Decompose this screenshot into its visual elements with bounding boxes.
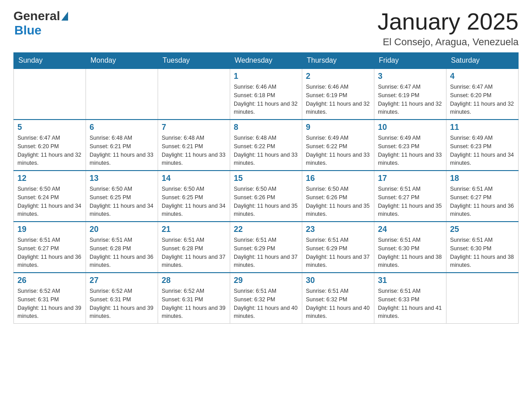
calendar-cell [14, 68, 86, 120]
calendar-cell: 19Sunrise: 6:51 AM Sunset: 6:27 PM Dayli… [14, 222, 86, 273]
calendar-cell: 2Sunrise: 6:46 AM Sunset: 6:19 PM Daylig… [302, 68, 374, 120]
cell-info: Sunrise: 6:49 AM Sunset: 6:23 PM Dayligh… [450, 134, 515, 167]
calendar-header-row: SundayMondayTuesdayWednesdayThursdayFrid… [14, 53, 519, 69]
header-tuesday: Tuesday [158, 53, 230, 69]
logo: General Blue [13, 9, 68, 38]
cell-info: Sunrise: 6:47 AM Sunset: 6:20 PM Dayligh… [17, 134, 82, 167]
main-title: January 2025 [378, 9, 519, 34]
calendar-cell: 24Sunrise: 6:51 AM Sunset: 6:30 PM Dayli… [374, 222, 446, 273]
calendar-cell: 10Sunrise: 6:49 AM Sunset: 6:23 PM Dayli… [374, 120, 446, 171]
cell-day-number: 27 [90, 276, 154, 285]
cell-info: Sunrise: 6:50 AM Sunset: 6:26 PM Dayligh… [306, 185, 370, 218]
cell-info: Sunrise: 6:51 AM Sunset: 6:29 PM Dayligh… [306, 236, 370, 270]
cell-day-number: 6 [90, 123, 154, 132]
cell-day-number: 15 [234, 174, 298, 183]
cell-info: Sunrise: 6:51 AM Sunset: 6:28 PM Dayligh… [162, 236, 226, 270]
cell-day-number: 4 [450, 72, 515, 81]
cell-info: Sunrise: 6:51 AM Sunset: 6:27 PM Dayligh… [450, 185, 515, 218]
cell-day-number: 16 [306, 174, 370, 183]
cell-info: Sunrise: 6:50 AM Sunset: 6:24 PM Dayligh… [17, 185, 82, 218]
cell-day-number: 3 [378, 72, 442, 81]
calendar-cell: 21Sunrise: 6:51 AM Sunset: 6:28 PM Dayli… [158, 222, 230, 273]
cell-info: Sunrise: 6:51 AM Sunset: 6:29 PM Dayligh… [234, 236, 298, 270]
cell-info: Sunrise: 6:51 AM Sunset: 6:30 PM Dayligh… [378, 236, 442, 270]
logo-general-text: General [13, 9, 60, 23]
cell-info: Sunrise: 6:47 AM Sunset: 6:20 PM Dayligh… [450, 83, 515, 116]
calendar-cell: 18Sunrise: 6:51 AM Sunset: 6:27 PM Dayli… [446, 171, 519, 222]
cell-day-number: 12 [17, 174, 82, 183]
cell-day-number: 14 [162, 174, 226, 183]
cell-day-number: 29 [234, 276, 298, 285]
calendar-cell [158, 68, 230, 120]
cell-info: Sunrise: 6:48 AM Sunset: 6:21 PM Dayligh… [162, 134, 226, 167]
week-row-5: 26Sunrise: 6:52 AM Sunset: 6:31 PM Dayli… [14, 273, 519, 324]
title-area: January 2025 El Consejo, Aragua, Venezue… [378, 9, 519, 48]
header-friday: Friday [374, 53, 446, 69]
cell-info: Sunrise: 6:52 AM Sunset: 6:31 PM Dayligh… [17, 287, 82, 321]
calendar-cell: 8Sunrise: 6:48 AM Sunset: 6:22 PM Daylig… [230, 120, 302, 171]
cell-info: Sunrise: 6:50 AM Sunset: 6:25 PM Dayligh… [90, 185, 154, 218]
calendar-cell: 13Sunrise: 6:50 AM Sunset: 6:25 PM Dayli… [86, 171, 158, 222]
cell-day-number: 30 [306, 276, 370, 285]
logo-blue-text: Blue [14, 23, 42, 38]
cell-day-number: 2 [306, 72, 370, 81]
cell-info: Sunrise: 6:50 AM Sunset: 6:25 PM Dayligh… [162, 185, 226, 218]
calendar-cell: 17Sunrise: 6:51 AM Sunset: 6:27 PM Dayli… [374, 171, 446, 222]
calendar-cell: 11Sunrise: 6:49 AM Sunset: 6:23 PM Dayli… [446, 120, 519, 171]
cell-day-number: 18 [450, 174, 515, 183]
calendar-cell: 3Sunrise: 6:47 AM Sunset: 6:19 PM Daylig… [374, 68, 446, 120]
cell-info: Sunrise: 6:46 AM Sunset: 6:19 PM Dayligh… [306, 83, 370, 116]
week-row-1: 1Sunrise: 6:46 AM Sunset: 6:18 PM Daylig… [14, 68, 519, 120]
cell-info: Sunrise: 6:48 AM Sunset: 6:22 PM Dayligh… [234, 134, 298, 167]
calendar-cell [446, 273, 519, 324]
cell-day-number: 8 [234, 123, 298, 132]
header-sunday: Sunday [14, 53, 86, 69]
cell-day-number: 5 [17, 123, 82, 132]
cell-day-number: 7 [162, 123, 226, 132]
cell-info: Sunrise: 6:47 AM Sunset: 6:19 PM Dayligh… [378, 83, 442, 116]
cell-day-number: 25 [450, 225, 515, 234]
cell-day-number: 10 [378, 123, 442, 132]
header-wednesday: Wednesday [230, 53, 302, 69]
cell-day-number: 22 [234, 225, 298, 234]
cell-info: Sunrise: 6:50 AM Sunset: 6:26 PM Dayligh… [234, 185, 298, 218]
cell-day-number: 20 [90, 225, 154, 234]
calendar-cell: 30Sunrise: 6:51 AM Sunset: 6:32 PM Dayli… [302, 273, 374, 324]
week-row-2: 5Sunrise: 6:47 AM Sunset: 6:20 PM Daylig… [14, 120, 519, 171]
cell-info: Sunrise: 6:51 AM Sunset: 6:33 PM Dayligh… [378, 287, 442, 321]
cell-day-number: 21 [162, 225, 226, 234]
calendar-cell: 9Sunrise: 6:49 AM Sunset: 6:22 PM Daylig… [302, 120, 374, 171]
subtitle: El Consejo, Aragua, Venezuela [378, 36, 519, 48]
cell-day-number: 26 [17, 276, 82, 285]
cell-day-number: 31 [378, 276, 442, 285]
calendar-cell: 12Sunrise: 6:50 AM Sunset: 6:24 PM Dayli… [14, 171, 86, 222]
cell-day-number: 19 [17, 225, 82, 234]
calendar-cell: 5Sunrise: 6:47 AM Sunset: 6:20 PM Daylig… [14, 120, 86, 171]
calendar-cell: 28Sunrise: 6:52 AM Sunset: 6:31 PM Dayli… [158, 273, 230, 324]
cell-info: Sunrise: 6:46 AM Sunset: 6:18 PM Dayligh… [234, 83, 298, 116]
calendar-cell: 14Sunrise: 6:50 AM Sunset: 6:25 PM Dayli… [158, 171, 230, 222]
cell-day-number: 9 [306, 123, 370, 132]
header-saturday: Saturday [446, 53, 519, 69]
calendar-cell: 6Sunrise: 6:48 AM Sunset: 6:21 PM Daylig… [86, 120, 158, 171]
calendar-cell: 4Sunrise: 6:47 AM Sunset: 6:20 PM Daylig… [446, 68, 519, 120]
calendar-cell: 7Sunrise: 6:48 AM Sunset: 6:21 PM Daylig… [158, 120, 230, 171]
cell-day-number: 23 [306, 225, 370, 234]
calendar-cell: 20Sunrise: 6:51 AM Sunset: 6:28 PM Dayli… [86, 222, 158, 273]
page-header: General Blue January 2025 El Consejo, Ar… [13, 9, 519, 48]
cell-info: Sunrise: 6:48 AM Sunset: 6:21 PM Dayligh… [90, 134, 154, 167]
cell-info: Sunrise: 6:51 AM Sunset: 6:27 PM Dayligh… [378, 185, 442, 218]
cell-day-number: 28 [162, 276, 226, 285]
cell-info: Sunrise: 6:51 AM Sunset: 6:30 PM Dayligh… [450, 236, 515, 270]
cell-info: Sunrise: 6:51 AM Sunset: 6:32 PM Dayligh… [234, 287, 298, 321]
cell-info: Sunrise: 6:49 AM Sunset: 6:22 PM Dayligh… [306, 134, 370, 167]
cell-info: Sunrise: 6:51 AM Sunset: 6:32 PM Dayligh… [306, 287, 370, 321]
calendar-cell: 23Sunrise: 6:51 AM Sunset: 6:29 PM Dayli… [302, 222, 374, 273]
calendar-cell: 26Sunrise: 6:52 AM Sunset: 6:31 PM Dayli… [14, 273, 86, 324]
calendar-cell: 31Sunrise: 6:51 AM Sunset: 6:33 PM Dayli… [374, 273, 446, 324]
cell-day-number: 17 [378, 174, 442, 183]
header-monday: Monday [86, 53, 158, 69]
week-row-4: 19Sunrise: 6:51 AM Sunset: 6:27 PM Dayli… [14, 222, 519, 273]
header-thursday: Thursday [302, 53, 374, 69]
calendar-cell: 27Sunrise: 6:52 AM Sunset: 6:31 PM Dayli… [86, 273, 158, 324]
